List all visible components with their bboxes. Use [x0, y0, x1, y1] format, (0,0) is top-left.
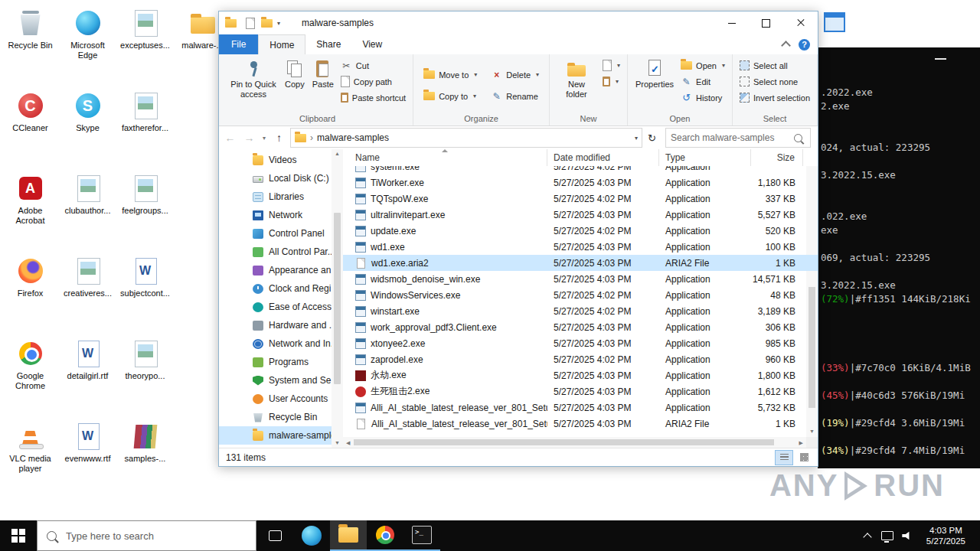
qat-dropdown-icon[interactable]: ▾ [277, 20, 280, 27]
file-row-exe[interactable]: 永劫.exe5/27/2025 4:03 PMApplication1,800 … [343, 367, 818, 383]
desktop-icon-vlc-media-player[interactable]: VLC media player [2, 418, 59, 500]
file-row-widsmob-denoise-win-exe[interactable]: widsmob_denoise_win.exe5/27/2025 4:03 PM… [343, 271, 818, 287]
nav-item-ease-of-access[interactable]: Ease of Access [219, 298, 332, 316]
properties-button[interactable]: Properties [632, 57, 678, 91]
desktop-icon-google-chrome[interactable]: Google Chrome [2, 335, 59, 418]
volume-tray-button[interactable] [897, 520, 917, 551]
desktop-icon-clubauthor[interactable]: clubauthor... [59, 170, 116, 253]
taskbar-explorer-button[interactable] [330, 520, 367, 551]
desktop-icon-microsoft-edge[interactable]: Microsoft Edge [59, 5, 116, 87]
taskbar-clock[interactable]: 4:03 PM 5/27/2025 [917, 525, 975, 546]
console-app-icon[interactable] [824, 12, 845, 32]
desktop-icon-skype[interactable]: Skype [59, 87, 116, 170]
nav-item-network[interactable]: Network [219, 206, 332, 224]
nav-item-user-accounts[interactable]: User Accounts [219, 390, 332, 408]
pin-to-quick-access-button[interactable]: Pin to Quick access [226, 57, 281, 101]
new-folder-button[interactable]: New folder [554, 57, 599, 101]
back-button[interactable]: ← [220, 128, 240, 148]
nav-item-hardware-and[interactable]: Hardware and ... [219, 316, 332, 334]
nav-item-programs[interactable]: Programs [219, 353, 332, 371]
scroll-down-icon[interactable]: ▼ [335, 440, 340, 446]
file-row-windowsservices-exe[interactable]: WindowsServices.exe5/27/2025 4:02 PMAppl… [343, 287, 818, 303]
nav-item-videos[interactable]: Videos [219, 151, 332, 169]
file-row-xtonyee2-exe[interactable]: xtonyee2.exe5/27/2025 4:03 PMApplication… [343, 335, 818, 351]
desktop-icon-adobe-acrobat[interactable]: Adobe Acrobat [2, 170, 59, 253]
task-view-button[interactable] [256, 520, 293, 551]
file-row-alli-ai-stable-latest-release-ver-801-setu[interactable]: Alli_AI_stable_latest_release_ver_801_Se… [343, 399, 818, 416]
select-none-button[interactable]: Select none [737, 73, 813, 90]
cut-button[interactable]: ✂ Cut [338, 57, 409, 73]
nav-item-libraries[interactable]: Libraries [219, 187, 332, 206]
desktop-icon-detailgirl-rtf[interactable]: detailgirl.rtf [59, 335, 116, 418]
file-row-work-approval-pdf3-client-exe[interactable]: work_approval_pdf3.Client.exe5/27/2025 4… [343, 319, 818, 335]
tray-expand-button[interactable] [858, 520, 877, 551]
file-row-tiworker-exe[interactable]: TiWorker.exe5/27/2025 4:03 PMApplication… [343, 174, 818, 191]
taskbar-edge-button[interactable] [293, 520, 330, 551]
search-input[interactable] [666, 132, 794, 143]
move-to-button[interactable]: Move to ▾ [420, 67, 480, 83]
network-tray-button[interactable] [877, 520, 897, 551]
column-header-name[interactable]: Name [343, 149, 547, 166]
nav-item-local-disk-c[interactable]: Local Disk (C:) [219, 169, 332, 187]
rename-button[interactable]: ✎ Rename [488, 88, 542, 104]
nav-item-network-and-in[interactable]: Network and In... [219, 334, 332, 353]
file-row-winstart-exe[interactable]: winstart.exe5/27/2025 4:02 PMApplication… [343, 303, 818, 319]
paste-button[interactable]: Paste [309, 57, 338, 91]
address-input[interactable]: › malware-samples ▾ [290, 128, 642, 148]
maximize-button[interactable] [749, 11, 783, 34]
minimize-button[interactable] [714, 11, 749, 34]
tab-view[interactable]: View [351, 34, 393, 54]
select-all-button[interactable]: Select all [737, 57, 813, 73]
collapse-ribbon-icon[interactable] [781, 41, 791, 51]
scrollbar-thumb[interactable] [354, 439, 774, 445]
taskbar-search-input[interactable] [58, 530, 256, 542]
horizontal-scrollbar[interactable]: ◀ ▶ [343, 437, 806, 448]
file-row-wd1-exe-aria2[interactable]: wd1.exe.aria25/27/2025 4:03 PMARIA2 File… [343, 255, 818, 271]
nav-scrollbar-thumb[interactable] [334, 213, 341, 384]
file-row-ultralinvitepart-exe[interactable]: ultralinvitepart.exe5/27/2025 4:03 PMApp… [343, 207, 818, 223]
open-button[interactable]: Open ▾ [678, 57, 728, 73]
tab-share[interactable]: Share [305, 34, 351, 54]
copy-button[interactable]: Copy [281, 57, 309, 91]
desktop-icon-firefox[interactable]: Firefox [2, 253, 59, 335]
nav-item-control-panel[interactable]: Control Panel [219, 224, 332, 243]
file-row-update-exe[interactable]: update.exe5/27/2025 4:02 PMApplication52… [343, 223, 818, 239]
nav-item-recycle-bin[interactable]: Recycle Bin [219, 408, 332, 426]
desktop-icon-ccleaner[interactable]: CCleaner [2, 87, 59, 170]
scroll-left-icon[interactable]: ◀ [346, 440, 350, 446]
file-row-wd1-exe[interactable]: wd1.exe5/27/2025 4:03 PMApplication100 K… [343, 239, 818, 255]
search-box[interactable] [665, 128, 811, 148]
help-icon[interactable] [799, 39, 810, 51]
large-icons-view-button[interactable] [795, 450, 813, 465]
address-dropdown-icon[interactable]: ▾ [635, 135, 638, 142]
details-view-button[interactable] [775, 450, 793, 465]
desktop-icon-theorypo[interactable]: theorypo... [116, 335, 174, 418]
file-row-zaprodel-exe[interactable]: zaprodel.exe5/27/2025 4:02 PMApplication… [343, 351, 818, 367]
refresh-button[interactable]: ↻ [642, 128, 662, 148]
new-item-button[interactable]: ▾ [599, 57, 623, 73]
taskbar-cmd-button[interactable] [403, 520, 440, 551]
tab-home[interactable]: Home [258, 34, 305, 54]
easy-access-button[interactable]: ▾ [599, 73, 623, 90]
explorer-titlebar[interactable]: ▾ malware-samples [219, 11, 818, 34]
qat-new-folder-icon[interactable] [261, 19, 273, 28]
scroll-right-icon[interactable]: ▶ [799, 440, 803, 446]
history-button[interactable]: ↺ History [678, 90, 728, 106]
delete-button[interactable]: × Delete ▾ [488, 67, 542, 83]
recent-locations-dropdown-icon[interactable]: ▾ [259, 128, 270, 148]
column-header-date-modified[interactable]: Date modified [547, 149, 659, 166]
column-header-type[interactable]: Type [659, 149, 751, 166]
nav-item-clock-and-regi[interactable]: Clock and Regi... [219, 279, 332, 298]
file-row-tqtspow-exe[interactable]: TQTspoW.exe5/27/2025 4:02 PMApplication3… [343, 191, 818, 207]
qat-properties-icon[interactable] [246, 18, 255, 29]
file-row-alli-ai-stable-latest-release-ver-801-setu[interactable]: Alli_AI_stable_latest_release_ver_801_Se… [343, 416, 818, 432]
edit-button[interactable]: ✎ Edit [678, 73, 728, 90]
column-header-size[interactable]: Size [751, 149, 803, 166]
desktop-icon-faxtherefor[interactable]: faxtherefor... [116, 87, 174, 170]
scroll-up-icon[interactable]: ▲ [335, 151, 340, 157]
tab-file[interactable]: File [219, 34, 258, 54]
taskbar-chrome-button[interactable] [367, 520, 403, 551]
desktop-icon-exceptuses[interactable]: exceptuses... [116, 5, 174, 87]
up-button[interactable]: ↑ [270, 128, 289, 148]
console-window[interactable]: .2022.exe2.exe 024, actual: 223295 3.202… [818, 47, 980, 468]
